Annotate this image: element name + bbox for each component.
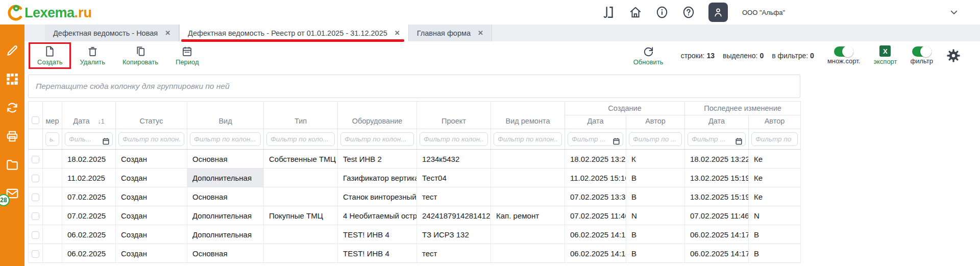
col-kind[interactable]: Вид bbox=[187, 102, 264, 129]
registry-grid: мер Дата↓1 Статус Вид Тип Оборудование П… bbox=[28, 101, 801, 263]
cell-equipment: 4 Необитаемый остр bbox=[338, 206, 417, 225]
table-row[interactable]: 18.02.2025 Создан Основная Собственные Т… bbox=[29, 150, 801, 168]
filter-repair-input[interactable] bbox=[494, 132, 562, 146]
annotation-underline bbox=[181, 39, 404, 42]
cell-creation-author: В bbox=[626, 225, 685, 244]
cell-creation-author: В bbox=[626, 244, 685, 263]
top-bar: Lexema.ru ООО "Альфа" bbox=[0, 0, 980, 25]
cell-number bbox=[43, 168, 62, 187]
row-checkbox[interactable] bbox=[32, 194, 39, 201]
table-row[interactable]: 07.02.2025 Создан Дополнительная Покупны… bbox=[29, 206, 801, 225]
filter-number-input[interactable] bbox=[45, 132, 59, 146]
col-repair-kind[interactable]: Вид ремонта bbox=[491, 102, 565, 129]
col-status[interactable]: Статус bbox=[116, 102, 187, 129]
tab-main-form[interactable]: Главная форма ✕ bbox=[409, 25, 492, 41]
filter-kind-input[interactable] bbox=[190, 132, 261, 146]
cell-project: тест bbox=[417, 244, 491, 263]
cell-modification-author: Ке bbox=[749, 168, 801, 187]
delete-button[interactable]: Удалить bbox=[76, 45, 109, 66]
gear-icon[interactable] bbox=[946, 49, 961, 63]
col-group-creation: Создание bbox=[565, 102, 685, 115]
col-modification-author[interactable]: Автор bbox=[749, 115, 801, 129]
refresh-button[interactable]: Обновить bbox=[629, 45, 668, 66]
cell-status: Создан bbox=[116, 187, 187, 206]
filter-creation-author-input[interactable] bbox=[629, 132, 682, 146]
notification-badge: 28 bbox=[0, 194, 10, 206]
filter-date-input[interactable] bbox=[65, 132, 113, 146]
cell-repair bbox=[491, 168, 565, 187]
row-checkbox[interactable] bbox=[32, 156, 39, 163]
cell-creation-date: 07.02.2025 11:46 bbox=[565, 206, 626, 225]
user-avatar[interactable] bbox=[708, 3, 728, 22]
create-button[interactable]: Создать bbox=[33, 45, 66, 66]
col-equipment[interactable]: Оборудование bbox=[338, 102, 417, 129]
printer-icon[interactable] bbox=[6, 130, 19, 143]
copy-button[interactable]: Копировать bbox=[118, 45, 162, 66]
journal-icon[interactable] bbox=[602, 6, 616, 19]
filter-equipment-input[interactable] bbox=[340, 132, 414, 146]
cell-kind: Основная bbox=[187, 244, 264, 263]
row-checkbox[interactable] bbox=[32, 250, 39, 258]
home-icon[interactable] bbox=[629, 6, 642, 19]
filter-status-input[interactable] bbox=[118, 132, 184, 146]
export-button[interactable]: X экспорт bbox=[873, 45, 897, 65]
table-row[interactable]: 06.02.2025 Создан Дополнительная TEST! И… bbox=[29, 225, 801, 244]
filter-type-input[interactable] bbox=[266, 132, 335, 146]
edit-icon[interactable] bbox=[6, 44, 19, 57]
col-number[interactable]: мер bbox=[43, 102, 62, 129]
cell-type bbox=[264, 225, 338, 244]
apps-grid-icon[interactable] bbox=[6, 72, 19, 86]
group-by-panel[interactable]: Перетащите сюда колонку для группировки … bbox=[28, 75, 800, 98]
col-type[interactable]: Тип bbox=[264, 102, 338, 129]
close-icon[interactable]: ✕ bbox=[478, 29, 483, 37]
annotation-box: Создать bbox=[29, 42, 71, 69]
filter-creation-date-input[interactable] bbox=[568, 132, 623, 146]
row-checkbox[interactable] bbox=[32, 231, 39, 239]
cell-repair: Кап. ремонт bbox=[491, 206, 565, 225]
cell-creation-date: 18.02.2025 13:22 bbox=[565, 150, 626, 168]
tab-label: Главная форма bbox=[417, 29, 471, 37]
cell-status: Создан bbox=[116, 168, 187, 187]
filter-toggle[interactable]: фильтр bbox=[911, 46, 933, 65]
cell-kind: Дополнительная bbox=[187, 225, 264, 244]
col-creation-author[interactable]: Автор bbox=[626, 115, 685, 129]
info-icon[interactable] bbox=[655, 6, 669, 19]
sync-icon[interactable] bbox=[6, 101, 19, 114]
multisort-toggle[interactable]: множ.сорт. bbox=[827, 46, 860, 65]
chevron-down-icon[interactable] bbox=[949, 8, 959, 17]
table-row[interactable]: 11.02.2025 Создан Дополнительная Газифик… bbox=[29, 168, 801, 187]
cell-repair bbox=[491, 225, 565, 244]
cell-creation-date: 06.02.2025 14:12 bbox=[565, 225, 626, 244]
cell-creation-date: 06.02.2025 14:12 bbox=[565, 244, 626, 263]
tab-defect-new[interactable]: Дефектная ведомость - Новая ✕ bbox=[45, 25, 179, 41]
row-checkbox[interactable] bbox=[32, 175, 39, 182]
tab-defect-registry[interactable]: Дефектная ведомость - Реестр от 01.01.20… bbox=[179, 25, 409, 41]
cell-date: 07.02.2025 bbox=[62, 187, 116, 206]
lexema-logo[interactable]: Lexema.ru bbox=[5, 3, 92, 22]
period-button[interactable]: Период bbox=[172, 45, 203, 66]
col-modification-date[interactable]: Дата bbox=[685, 115, 749, 129]
cell-modification-date: 07.02.2025 11:46 bbox=[685, 206, 749, 225]
col-project[interactable]: Проект bbox=[417, 102, 491, 129]
cell-type: Покупные ТМЦ bbox=[264, 206, 338, 225]
logo-mark-icon bbox=[5, 3, 24, 22]
table-row[interactable]: 07.02.2025 Создан Основная Станок винтор… bbox=[29, 187, 801, 206]
col-creation-date[interactable]: Дата bbox=[565, 115, 626, 129]
close-icon[interactable]: ✕ bbox=[165, 29, 170, 37]
cell-number bbox=[43, 206, 62, 225]
filter-project-input[interactable] bbox=[420, 132, 488, 146]
row-checkbox[interactable] bbox=[32, 212, 39, 220]
folder-icon[interactable] bbox=[6, 158, 19, 172]
cell-repair bbox=[491, 187, 565, 206]
filter-modification-author-input[interactable] bbox=[751, 132, 798, 146]
filter-modification-date-input[interactable] bbox=[688, 132, 746, 146]
cell-equipment: Газификатор вертика bbox=[338, 168, 417, 187]
mail-icon[interactable]: 28 bbox=[6, 187, 19, 200]
table-row[interactable]: 06.02.2025 Создан Основная TEST! ИНВ 4 т… bbox=[29, 244, 801, 263]
select-all-checkbox[interactable] bbox=[32, 116, 39, 124]
close-icon[interactable]: ✕ bbox=[395, 29, 400, 37]
col-date[interactable]: Дата↓1 bbox=[62, 102, 116, 129]
cell-date: 06.02.2025 bbox=[62, 225, 116, 244]
cell-status: Создан bbox=[116, 225, 187, 244]
help-icon[interactable] bbox=[682, 6, 695, 19]
